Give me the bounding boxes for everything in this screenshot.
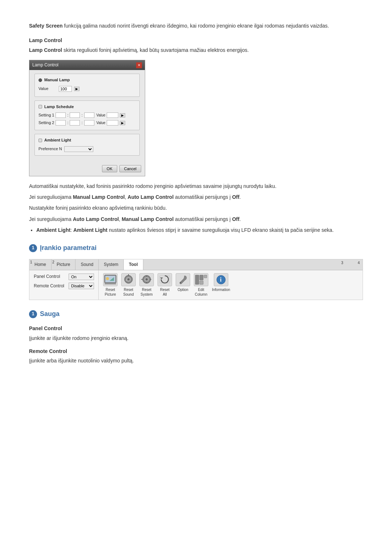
svg-text:i: i [220,276,222,283]
reset-system-icon [139,273,154,286]
reset-sound-btn[interactable]: ♪ ResetSound [121,273,136,297]
tab-sound-label: Sound [81,262,93,267]
auto-text1: Automatiškai nustatykite, kad foninis pa… [29,182,363,190]
edit-column-svg [195,274,208,285]
setting1-arrow-btn[interactable]: ▶ [120,113,125,118]
manual-lamp-note2-mid: , [119,216,122,222]
information-svg: i [215,274,228,285]
setting1-value[interactable] [107,112,118,118]
auto-lamp-note2: Jei sureguliuojama Auto Lamp Control, Ma… [29,215,363,223]
colon3: : [67,120,68,126]
svg-point-7 [127,278,130,280]
edit-column-btn[interactable]: EditColumn [194,273,208,297]
remote-control-desc: Įjunkite arba išjunkite nuotolinio valdy… [29,357,363,365]
setting2-sec[interactable] [84,120,94,126]
ambient-bullet-bold: Ambient Light [36,227,70,233]
svg-text:♪: ♪ [126,279,127,281]
setting2-value[interactable] [107,120,118,126]
setting1-sec[interactable] [84,112,94,118]
edit-column-label: EditColumn [195,287,207,297]
setting2-hour[interactable] [56,120,66,126]
setting1-hour[interactable] [56,112,66,118]
ok-button[interactable]: OK [102,165,117,172]
preference-label: Preference N [38,146,62,152]
reset-sound-label: ResetSound [123,287,134,297]
option-btn[interactable]: Option [176,273,190,292]
remote-control-select[interactable]: Disable [69,283,94,289]
svg-rect-21 [200,275,203,280]
bullet-list: Ambient Light: Ambient Light nustato apl… [36,226,363,234]
lamp-schedule-title: Lamp Schedule [38,104,136,110]
period1: . [240,194,241,200]
manual-lamp-radio[interactable] [38,78,42,82]
reset-system-label: ResetSystem [140,287,152,297]
tab-picture[interactable]: 2 Picture [52,259,75,270]
jei2-text: Jei sureguliuojama [29,216,73,222]
svg-rect-15 [141,279,143,280]
ambient-pref-row: Preference N [38,146,136,152]
svg-point-2 [106,277,109,280]
tool-panel: 1 Home 2 Picture Sound System Tool 3 4 P… [29,259,363,300]
svg-rect-23 [200,281,203,284]
setting1-min[interactable] [70,112,80,118]
lamp-schedule-checkbox[interactable] [38,105,42,108]
information-label: Information [212,287,230,292]
ambient-bullet-desc: nustato aplinkos šviesos stiprį ir savai… [107,227,334,233]
panel-control-select[interactable]: On [69,274,94,280]
setting1-value-label: Value [97,112,106,118]
svg-point-19 [180,282,181,283]
ambient-bullet-colon: : [70,227,73,233]
manual-lamp-note-suffix: automatiškai persijungs į [173,194,232,200]
information-btn[interactable]: i Information [212,273,230,292]
off-text2: Off [232,216,239,222]
setting2-arrow-btn[interactable]: ▶ [120,121,125,125]
cancel-button[interactable]: Cancel [119,165,141,172]
tool-panel-left: Panel Control On Remote Control Disable [29,270,99,300]
reset-picture-svg [104,274,117,285]
tab-system-label: System [104,262,118,267]
reset-all-btn[interactable]: ResetAll [158,273,172,297]
panel-control-desc: Įjunkite ar išjunkite rodomo įrenginio e… [29,334,363,342]
setting1-row: Setting 1 : : Value ▶ [38,112,136,119]
lamp-control-desc-text: skirta reguliuoti foninį apšvietimą, kad… [62,47,249,53]
reset-sound-icon: ♪ [121,273,136,286]
colon2: : [81,112,82,119]
tab-sound[interactable]: Sound [75,259,99,270]
svg-rect-22 [204,275,207,278]
value-label-text: Value [38,86,57,92]
option-svg [176,274,189,285]
dialog-content: Manual Lamp Value ▶ Lamp Schedule Settin… [29,70,145,163]
colon4: : [81,120,82,126]
reset-system-btn[interactable]: ResetSystem [139,273,154,297]
tab-system[interactable]: System [99,259,124,270]
sauga-label: Sauga [40,309,60,319]
remote-control-label: Remote Control [34,283,66,290]
svg-rect-13 [146,275,147,277]
manual-lamp-section: Manual Lamp Value ▶ [34,74,140,97]
remote-control-row: Remote Control Disable [34,283,94,290]
lamp-control-dialog: Lamp Control ✕ Manual Lamp Value ▶ [29,60,145,176]
setting2-min[interactable] [70,120,80,126]
value-arrow-btn[interactable]: ▶ [74,87,79,91]
tab-num-4: 4 [358,260,360,266]
preference-select[interactable] [64,146,93,152]
tab-home[interactable]: 1 Home [29,259,52,270]
setting2-label: Setting 2 [38,120,54,126]
ambient-bullet-item: Ambient Light: Ambient Light nustato apl… [36,226,363,234]
auto-lamp-note2-prefix: Auto Lamp Control [73,216,119,222]
reset-sound-svg: ♪ [122,274,135,285]
reset-system-svg [140,274,153,285]
panel-control-label: Panel Control [34,273,66,280]
ambient-light-checkbox[interactable] [38,139,42,142]
tool-panel-tabs: 1 Home 2 Picture Sound System Tool 3 4 [29,259,363,270]
reset-picture-btn[interactable]: ResetPicture [103,273,118,297]
safety-screen-intro: Safety Screen funkciją galima naudoti no… [29,22,363,30]
sauga-heading: 1 Sauga [29,309,363,319]
value-input[interactable] [59,86,72,92]
jei1-text: Jei sureguliuojama [29,194,73,200]
dialog-close-button[interactable]: ✕ [136,62,142,68]
reset-all-label: ResetAll [160,287,170,297]
tab-tool[interactable]: Tool [124,259,143,270]
setting2-value-label: Value [97,120,106,126]
svg-rect-14 [146,282,147,283]
